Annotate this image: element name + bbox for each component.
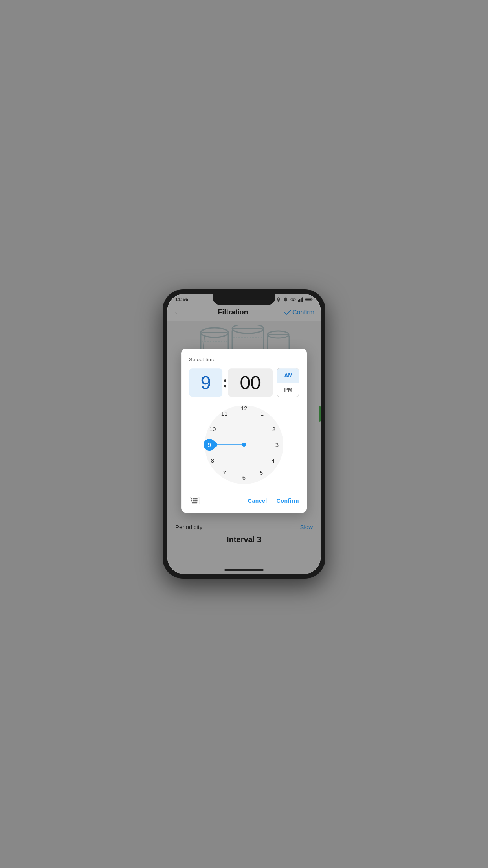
svg-rect-22 bbox=[193, 498, 194, 499]
clock-2[interactable]: 2 bbox=[268, 423, 280, 435]
svg-rect-21 bbox=[191, 498, 192, 499]
clock-9[interactable]: 9 bbox=[204, 439, 215, 451]
keyboard-icon bbox=[190, 497, 199, 505]
keyboard-button[interactable] bbox=[189, 495, 200, 506]
pm-button[interactable]: PM bbox=[277, 383, 299, 397]
clock-8[interactable]: 8 bbox=[207, 454, 218, 466]
clock-3[interactable]: 3 bbox=[271, 439, 283, 451]
clock-6[interactable]: 6 bbox=[238, 471, 250, 483]
dialog-footer: Cancel Confirm bbox=[189, 492, 299, 506]
clock-1[interactable]: 1 bbox=[256, 407, 268, 419]
time-picker-dialog: Select time 9 00 AM bbox=[181, 349, 307, 513]
clock-11[interactable]: 11 bbox=[218, 407, 230, 419]
time-separator bbox=[224, 378, 226, 387]
am-button[interactable]: AM bbox=[277, 368, 299, 383]
hour-value: 9 bbox=[200, 372, 211, 394]
hour-selector[interactable]: 9 bbox=[189, 368, 222, 397]
clock-12[interactable]: 12 bbox=[238, 402, 250, 414]
ampm-selector: AM PM bbox=[277, 368, 299, 397]
svg-rect-29 bbox=[192, 502, 197, 503]
colon-dot-top bbox=[224, 379, 226, 382]
app-container: 11:56 bbox=[167, 294, 321, 574]
clock-7[interactable]: 7 bbox=[218, 467, 230, 478]
dialog-actions: Cancel Confirm bbox=[248, 498, 299, 504]
clock-4[interactable]: 4 bbox=[267, 454, 279, 466]
svg-point-18 bbox=[242, 443, 246, 447]
time-display-row: 9 00 AM PM bbox=[189, 368, 299, 397]
svg-rect-28 bbox=[196, 500, 198, 501]
clock-10[interactable]: 10 bbox=[207, 423, 218, 435]
svg-rect-23 bbox=[194, 498, 196, 499]
minutes-selector[interactable]: 00 bbox=[228, 368, 273, 397]
svg-rect-27 bbox=[194, 500, 196, 501]
svg-rect-25 bbox=[191, 500, 192, 501]
colon-dot-bottom bbox=[224, 385, 226, 387]
svg-rect-26 bbox=[193, 500, 194, 501]
clock-face[interactable]: 12 1 2 3 4 5 6 7 8 9 10 11 bbox=[203, 403, 285, 486]
confirm-button[interactable]: Confirm bbox=[277, 498, 299, 504]
notch bbox=[213, 294, 275, 305]
minutes-value: 00 bbox=[240, 372, 261, 394]
clock-5[interactable]: 5 bbox=[255, 467, 267, 478]
dialog-title: Select time bbox=[189, 357, 299, 362]
cancel-button[interactable]: Cancel bbox=[248, 498, 267, 504]
svg-rect-24 bbox=[196, 498, 198, 499]
